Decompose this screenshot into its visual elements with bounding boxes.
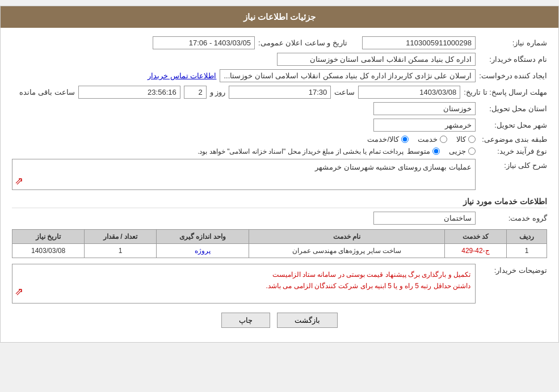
purchase-jozi-label: جزیی xyxy=(449,147,466,155)
cell-row-num: 1 xyxy=(507,244,547,258)
category-khedmat-label: خدمت xyxy=(418,135,438,144)
need-desc-text: عملیات بهسازی روستای حنشیه شهرستان خرمشه… xyxy=(315,163,472,171)
buyer-notes-label: توضیحات خریدار: xyxy=(479,264,547,275)
category-kala-label: کالا xyxy=(456,135,466,144)
hours-remaining-label: ساعت باقی مانده xyxy=(19,88,74,96)
delivery-city-row: شهر محل تحویل: خرمشهر xyxy=(12,119,547,132)
buyer-org-value: اداره کل بنیاد مسکن انقلاب اسلامی استان … xyxy=(277,53,476,66)
buyer-org-label: نام دستگاه خریدار: xyxy=(479,55,547,64)
table-row: 1 ج-42-429 ساخت سایر پروژه‌های مهندسی عم… xyxy=(12,244,547,258)
created-by-row: ایجاد کننده درخواست: ارسلان علی نژادی کا… xyxy=(12,69,547,82)
reply-deadline-label: مهلت ارسال پاسخ: تا تاریخ: xyxy=(464,88,547,96)
col-service-name: نام خدمت xyxy=(249,230,444,244)
need-number-label: شماره نیاز: xyxy=(479,39,547,47)
page-header: جزئیات اطلاعات نیاز xyxy=(1,6,558,28)
reply-date-value: 1403/03/08 xyxy=(358,86,460,99)
delivery-province-label: استان محل تحویل: xyxy=(479,104,547,113)
cell-service-name: ساخت سایر پروژه‌های مهندسی عمران xyxy=(249,244,444,258)
purchase-jozi-radio[interactable] xyxy=(468,147,476,155)
category-khedmat-item: خدمت xyxy=(418,135,447,144)
print-button[interactable]: چاپ xyxy=(221,313,270,328)
reply-remaining-value: 23:56:16 xyxy=(78,86,180,99)
reply-days-value: 2 xyxy=(184,86,207,99)
created-by-label: ایجاد کننده درخواست: xyxy=(479,71,547,80)
category-kala-khedmat-label: کالا/خدمت xyxy=(367,135,399,144)
delivery-city-label: شهر محل تحویل: xyxy=(479,121,547,129)
back-button[interactable]: بازگشت xyxy=(277,313,338,328)
cell-quantity: 1 xyxy=(85,244,157,258)
buyer-org-row: نام دستگاه خریدار: اداره کل بنیاد مسکن ا… xyxy=(12,53,547,66)
purchase-motovaset-label: متوسط xyxy=(407,147,430,155)
desc-arrow-icon: ⇗ xyxy=(15,175,23,187)
contact-info-link[interactable]: اطلاعات تماس خریدار xyxy=(148,71,216,80)
need-description-box: عملیات بهسازی روستای حنشیه شهرستان خرمشه… xyxy=(12,159,476,190)
category-row: طبقه بندی موضوعی: کالا خدمت کالا/خدمت xyxy=(12,135,547,144)
announce-date-value: 1403/03/05 - 17:06 xyxy=(153,36,255,49)
action-buttons: بازگشت چاپ xyxy=(12,313,547,328)
table-header-row: ردیف کد خدمت نام خدمت واحد اندازه گیری ت… xyxy=(12,230,547,244)
category-radio-group: کالا خدمت کالا/خدمت xyxy=(367,135,476,144)
buyer-notes-line1: تکمیل و بارگذاری برگ پیشنهاد قیمت بوستی … xyxy=(272,271,470,279)
purchase-jozi-item: جزیی xyxy=(449,147,476,155)
need-number-value: 1103005911000298 xyxy=(362,36,476,49)
reply-deadline-row: مهلت ارسال پاسخ: تا تاریخ: 1403/03/08 سا… xyxy=(12,86,547,99)
category-kala-khedmat-radio[interactable] xyxy=(401,136,409,143)
buyer-notes-line2: داشتن حداقل رتبه 5 راه و یا 5 ابنیه برای… xyxy=(266,282,470,290)
purchase-motovaset-radio[interactable] xyxy=(432,147,440,155)
col-unit: واحد اندازه گیری xyxy=(157,230,249,244)
items-table: ردیف کد خدمت نام خدمت واحد اندازه گیری ت… xyxy=(12,229,547,258)
delivery-province-value: خوزستان xyxy=(373,102,476,115)
cell-need-date: 1403/03/08 xyxy=(12,244,85,258)
col-service-code: کد خدمت xyxy=(444,230,506,244)
service-group-value: ساختمان xyxy=(373,212,476,225)
cell-service-code: ج-42-429 xyxy=(444,244,506,258)
purchase-type-label: نوع فرآیند خرید: xyxy=(479,147,547,155)
days-label: روز و xyxy=(210,88,226,96)
col-need-date: تاریخ نیاز xyxy=(12,230,85,244)
services-section-title: اطلاعات خدمات مورد نیاز xyxy=(12,197,547,208)
category-khedmat-radio[interactable] xyxy=(440,136,447,143)
created-by-value: ارسلان علی نژادی کاربرداز اداره کل بنیاد… xyxy=(220,69,476,82)
service-group-label: گروه خدمت: xyxy=(479,214,547,222)
cell-unit: پروژه xyxy=(157,244,249,258)
notes-arrow-icon: ⇗ xyxy=(15,283,23,301)
time-label: ساعت xyxy=(334,88,355,96)
need-desc-label: شرح کلی نیاز: xyxy=(479,159,547,170)
col-row-num: ردیف xyxy=(507,230,547,244)
purchase-type-radio-group: جزیی متوسط xyxy=(407,147,476,155)
category-kala-item: کالا xyxy=(456,135,476,144)
reply-time-value: 17:30 xyxy=(229,86,331,99)
col-quantity: تعداد / مقدار xyxy=(85,230,157,244)
category-label: طبقه بندی موضوعی: xyxy=(479,135,547,144)
delivery-province-row: استان محل تحویل: خوزستان xyxy=(12,102,547,115)
announce-label: تاریخ و ساعت اعلان عمومی: xyxy=(258,39,347,47)
buyer-notes-section: توضیحات خریدار: تکمیل و بارگذاری برگ پیش… xyxy=(12,264,547,304)
delivery-city-value: خرمشهر xyxy=(373,119,476,132)
service-group-row: گروه خدمت: ساختمان xyxy=(12,212,547,225)
page-title: جزئیات اطلاعات نیاز xyxy=(243,12,316,22)
purchase-type-row: نوع فرآیند خرید: جزیی متوسط پرداخت تمام … xyxy=(12,147,547,155)
need-description-section: شرح کلی نیاز: عملیات بهسازی روستای حنشیه… xyxy=(12,159,547,190)
category-kala-khedmat-item: کالا/خدمت xyxy=(367,135,409,144)
need-number-row: شماره نیاز: 1103005911000298 تاریخ و ساع… xyxy=(12,36,547,49)
purchase-note-text: پرداخت تمام یا بخشی از مبلغ خریداز محل "… xyxy=(197,147,404,155)
purchase-motovaset-item: متوسط xyxy=(407,147,440,155)
category-kala-radio[interactable] xyxy=(468,136,476,143)
buyer-notes-box: تکمیل و بارگذاری برگ پیشنهاد قیمت بوستی … xyxy=(12,264,476,304)
